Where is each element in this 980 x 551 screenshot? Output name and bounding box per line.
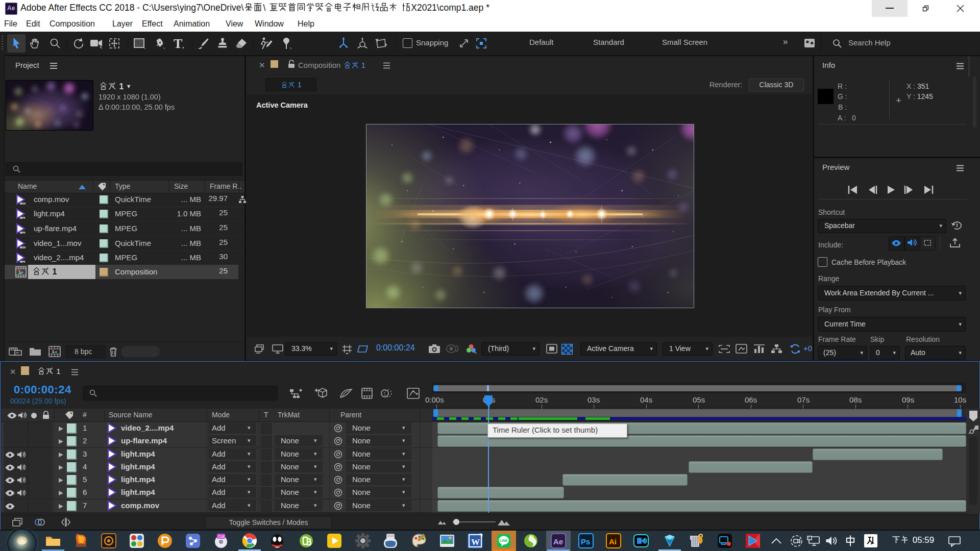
svg-text:MOV: MOV xyxy=(20,202,26,205)
svg-text:MP4: MP4 xyxy=(20,231,26,234)
svg-text:Ai: Ai xyxy=(609,537,617,546)
svg-text:Ps: Ps xyxy=(581,537,590,546)
svg-text:MP4: MP4 xyxy=(20,260,26,263)
svg-text:W: W xyxy=(471,537,480,547)
svg-text:MP4: MP4 xyxy=(20,216,26,219)
svg-text:CUE: CUE xyxy=(218,535,226,538)
svg-text:LINE: LINE xyxy=(500,539,507,542)
svg-text:MOV: MOV xyxy=(20,246,26,249)
svg-text:Ae: Ae xyxy=(553,537,563,546)
